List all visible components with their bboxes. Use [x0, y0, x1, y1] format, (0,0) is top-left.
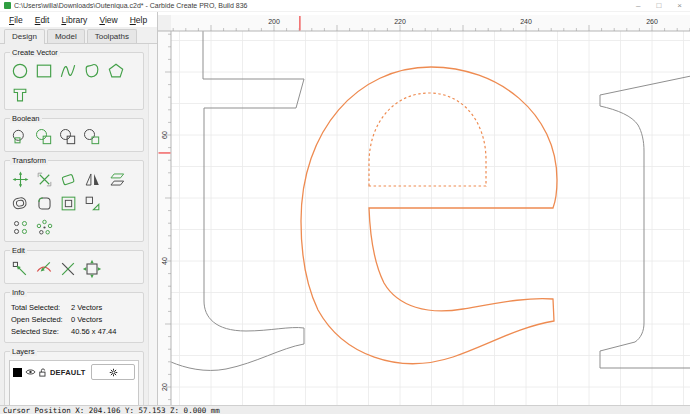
- boolean-label: Boolean: [10, 114, 42, 123]
- circle-tool-button[interactable]: [9, 60, 31, 82]
- ruler-corner: [158, 15, 171, 31]
- cursor-position-readout: Cursor Position X: 204.106 Y: 57.153 Z: …: [3, 406, 220, 414]
- move-icon: [11, 170, 30, 189]
- mirror-icon: [83, 170, 102, 189]
- info-open-selected: Open Selected: 0 Vectors: [11, 315, 140, 324]
- polygon-icon: [106, 61, 126, 81]
- edit-label: Edit: [10, 246, 27, 255]
- info-selected-size: Selected Size: 40.56 x 47.44: [11, 327, 140, 336]
- layers-list[interactable]: DEFAULT: [9, 360, 139, 405]
- menu-bar: File Edit Library View Help: [0, 12, 157, 27]
- skew-tool-button[interactable]: [105, 168, 127, 190]
- maximize-button[interactable]: □: [656, 2, 661, 10]
- edit-curve-tool-button[interactable]: [33, 258, 55, 280]
- layer-settings-button[interactable]: [91, 364, 135, 380]
- offset-tool-button[interactable]: [9, 192, 31, 214]
- circular-array-icon: [35, 218, 54, 237]
- tab-design[interactable]: Design: [4, 29, 45, 44]
- tab-bar: Design Model Toolpaths: [0, 27, 157, 44]
- menu-file[interactable]: File: [3, 14, 29, 26]
- menu-library[interactable]: Library: [55, 14, 93, 26]
- close-button[interactable]: ×: [677, 2, 682, 10]
- boolean-group: Boolean: [4, 118, 144, 152]
- layer-visibility-eye-icon[interactable]: [25, 368, 36, 376]
- linear-array-icon: [11, 218, 30, 237]
- curve-icon: [58, 61, 78, 81]
- text-tool-button[interactable]: [9, 84, 31, 106]
- transform-group: Transform: [4, 160, 144, 242]
- node-edit-tool-button[interactable]: [9, 258, 31, 280]
- boolean-keep-button[interactable]: [81, 126, 103, 148]
- info-total-selected-value: 2 Vectors: [71, 303, 102, 312]
- boolean-subtract-button[interactable]: [33, 126, 55, 148]
- tab-toolpaths[interactable]: Toolpaths: [87, 29, 137, 43]
- info-open-selected-value: 0 Vectors: [71, 315, 102, 324]
- layer-color-swatch[interactable]: [13, 368, 22, 377]
- edit-group: Edit: [4, 250, 144, 284]
- scale-tool-button[interactable]: [33, 168, 55, 190]
- boolean-subtract-icon: [34, 127, 54, 147]
- boolean-intersect-button[interactable]: [57, 126, 79, 148]
- boolean-intersect-icon: [58, 127, 78, 147]
- layer-lock-icon[interactable]: [39, 368, 47, 377]
- polygon-tool-button[interactable]: [105, 60, 127, 82]
- circle-icon: [10, 61, 30, 81]
- offset-icon: [11, 194, 30, 213]
- svg-text:20: 20: [161, 383, 168, 391]
- trim-icon: [58, 259, 78, 279]
- layers-label: Layers: [10, 347, 37, 356]
- linear-array-tool-button[interactable]: [9, 216, 31, 238]
- ruler-vertical: [158, 31, 171, 405]
- menu-help[interactable]: Help: [124, 14, 153, 26]
- rectangle-icon: [34, 61, 54, 81]
- nested-offset-tool-button[interactable]: [57, 192, 79, 214]
- align-tool-button[interactable]: [81, 192, 103, 214]
- sidebar-scrollbar[interactable]: [148, 44, 157, 405]
- fillet-tool-button[interactable]: [33, 192, 55, 214]
- skew-icon: [107, 170, 126, 189]
- minimize-button[interactable]: –: [636, 2, 640, 10]
- circular-array-tool-button[interactable]: [33, 216, 55, 238]
- canvas-background[interactable]: [171, 31, 690, 405]
- create-vector-group: Create Vector: [4, 52, 144, 110]
- nested-squares-icon: [59, 194, 78, 213]
- ruler-horizontal: [158, 15, 690, 31]
- move-tool-button[interactable]: [9, 168, 31, 190]
- svg-text:60: 60: [161, 131, 168, 139]
- svg-text:260: 260: [646, 18, 658, 25]
- layer-row-default[interactable]: DEFAULT: [10, 361, 138, 380]
- rotate-tool-button[interactable]: [57, 168, 79, 190]
- title-bar: C:\Users\willa\Downloads\Outeniqua.c2d* …: [0, 0, 690, 12]
- trim-vectors-tool-button[interactable]: [57, 258, 79, 280]
- menu-view[interactable]: View: [93, 14, 123, 26]
- info-selected-size-value: 40.56 x 47.44: [71, 327, 116, 336]
- closed-curve-tool-button[interactable]: [81, 60, 103, 82]
- edit-curve-icon: [34, 259, 54, 279]
- svg-text:220: 220: [394, 18, 406, 25]
- text-icon: [10, 85, 30, 105]
- resize-vectors-tool-button[interactable]: [81, 258, 103, 280]
- align-icon: [83, 194, 102, 213]
- rectangle-tool-button[interactable]: [33, 60, 55, 82]
- tab-model[interactable]: Model: [47, 29, 85, 43]
- mirror-tool-button[interactable]: [81, 168, 103, 190]
- status-bar: Cursor Position X: 204.106 Y: 57.153 Z: …: [0, 405, 690, 414]
- boolean-union-button[interactable]: [9, 126, 31, 148]
- design-canvas[interactable]: 200220240260604020: [158, 15, 690, 405]
- menu-edit[interactable]: Edit: [29, 14, 56, 26]
- app-icon: [4, 2, 11, 9]
- boolean-union-icon: [10, 127, 30, 147]
- boolean-keep-icon: [82, 127, 102, 147]
- fillet-icon: [35, 194, 54, 213]
- info-selected-size-label: Selected Size:: [11, 327, 71, 336]
- info-total-selected: Total Selected: 2 Vectors: [11, 303, 140, 312]
- scale-icon: [35, 170, 54, 189]
- transform-label: Transform: [10, 156, 48, 165]
- info-total-selected-label: Total Selected:: [11, 303, 71, 312]
- closed-curve-icon: [82, 61, 102, 81]
- curve-tool-button[interactable]: [57, 60, 79, 82]
- create-vector-label: Create Vector: [10, 48, 60, 57]
- layer-name: DEFAULT: [50, 368, 88, 377]
- info-label: Info: [10, 288, 27, 297]
- svg-text:200: 200: [268, 18, 280, 25]
